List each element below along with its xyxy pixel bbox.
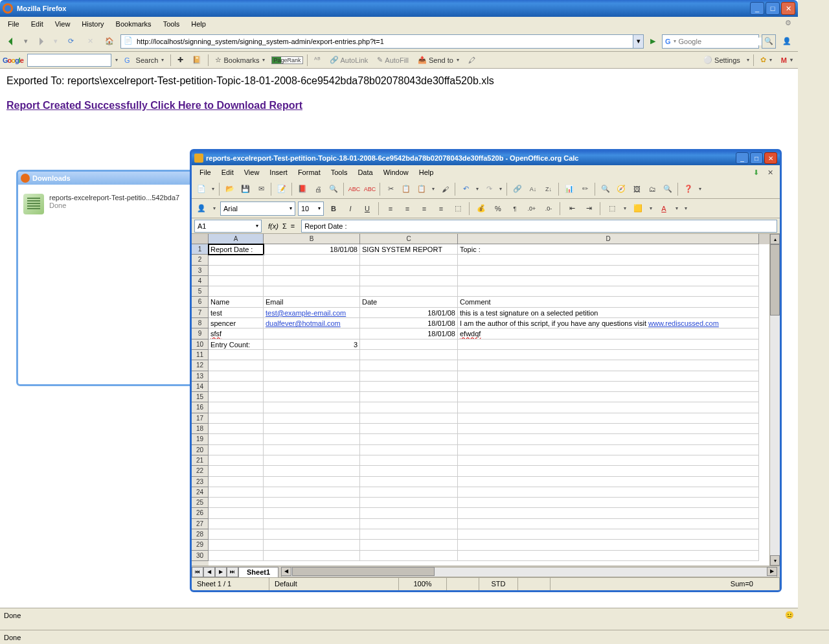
percent-icon[interactable]: %: [491, 201, 505, 216]
google-search-dropdown[interactable]: ▾: [115, 57, 118, 63]
cell[interactable]: [458, 339, 759, 350]
cell[interactable]: [458, 498, 759, 508]
row-header[interactable]: 16: [192, 402, 209, 413]
cell[interactable]: [264, 455, 360, 466]
cell[interactable]: [209, 519, 264, 529]
cell[interactable]: efwdqf: [458, 328, 759, 339]
cell[interactable]: 18/01/08: [360, 318, 458, 328]
url-input[interactable]: [137, 36, 633, 47]
menu-edit[interactable]: Edit: [26, 19, 49, 29]
cell[interactable]: [264, 266, 360, 276]
row-header[interactable]: 12: [192, 360, 209, 371]
menu-bookmarks[interactable]: Bookmarks: [111, 19, 157, 29]
cell[interactable]: [360, 529, 458, 540]
print-icon[interactable]: 🖨: [311, 182, 325, 196]
customize-icon[interactable]: ⚙: [785, 19, 795, 29]
select-all-corner[interactable]: [192, 234, 209, 244]
cell[interactable]: Email: [264, 297, 360, 307]
cell[interactable]: [264, 392, 360, 402]
currency-icon[interactable]: 💰: [474, 201, 488, 216]
cell[interactable]: [458, 466, 759, 476]
cell[interactable]: [264, 487, 360, 498]
spellcheck-icon[interactable]: ᴬᴮ: [312, 56, 323, 64]
cell[interactable]: [264, 350, 360, 360]
cell[interactable]: [360, 382, 458, 392]
menu-view[interactable]: View: [50, 19, 76, 29]
font-size-selector[interactable]: 10▾: [298, 201, 324, 216]
cell[interactable]: [458, 487, 759, 498]
cell[interactable]: [209, 551, 264, 561]
calc-update-icon[interactable]: ⬇: [749, 165, 763, 179]
row-header[interactable]: 29: [192, 540, 209, 550]
cell[interactable]: [458, 413, 759, 424]
cell[interactable]: [209, 529, 264, 540]
sheet-tab-1[interactable]: Sheet1: [238, 567, 278, 577]
status-zoom[interactable]: 100%: [399, 578, 447, 590]
cell[interactable]: [458, 540, 759, 550]
tab-next-button[interactable]: ▶: [215, 567, 227, 577]
cut-icon[interactable]: ✂: [383, 182, 398, 196]
sendto-button[interactable]: 📤 Send to: [415, 56, 462, 64]
cell[interactable]: [209, 392, 264, 402]
cell[interactable]: [209, 487, 264, 498]
row-header[interactable]: 19: [192, 434, 209, 444]
calc-menu-file[interactable]: File: [194, 167, 216, 178]
url-dropdown[interactable]: ▾: [633, 35, 643, 48]
cell[interactable]: [360, 519, 458, 529]
cell[interactable]: sfsf: [209, 328, 264, 339]
scroll-thumb[interactable]: [770, 244, 780, 316]
cell[interactable]: [264, 371, 360, 382]
align-center-icon[interactable]: ≡: [400, 201, 414, 216]
cell[interactable]: [209, 413, 264, 424]
cell[interactable]: [360, 434, 458, 444]
horizontal-scrollbar[interactable]: ◀ ▶: [281, 567, 777, 577]
cell[interactable]: 18/01/08: [264, 244, 360, 255]
cell[interactable]: [360, 402, 458, 413]
cell[interactable]: [209, 276, 264, 286]
cell[interactable]: [360, 255, 458, 265]
datasources-icon[interactable]: 🗂: [645, 182, 659, 196]
cell[interactable]: [458, 382, 759, 392]
cell[interactable]: [458, 276, 759, 286]
calc-menu-insert[interactable]: Insert: [264, 167, 293, 178]
cell[interactable]: [360, 392, 458, 402]
cell[interactable]: [264, 424, 360, 434]
paste-dropdown[interactable]: ▾: [430, 186, 437, 192]
email-icon[interactable]: ✉: [254, 182, 268, 196]
cell[interactable]: [360, 477, 458, 487]
download-report-link[interactable]: Report Created Successfully Click Here t…: [6, 100, 302, 111]
standard-format-icon[interactable]: ¶: [508, 201, 522, 216]
row-header[interactable]: 25: [192, 498, 209, 508]
column-header[interactable]: C: [360, 234, 458, 244]
cell[interactable]: [209, 498, 264, 508]
sort-asc-icon[interactable]: A↓: [526, 182, 540, 196]
cell[interactable]: [264, 540, 360, 550]
menu-tools[interactable]: Tools: [158, 19, 185, 29]
row-header[interactable]: 9: [192, 328, 209, 339]
row-header[interactable]: 21: [192, 455, 209, 466]
zoom-icon[interactable]: 🔍: [661, 182, 675, 196]
google-search-input[interactable]: [27, 54, 111, 67]
increase-indent-icon[interactable]: ⇥: [582, 201, 596, 216]
cell[interactable]: [264, 519, 360, 529]
cell[interactable]: [264, 286, 360, 297]
align-left-icon[interactable]: ≡: [383, 201, 398, 216]
maximize-button[interactable]: □: [766, 2, 780, 15]
row-header[interactable]: 24: [192, 487, 209, 498]
cell[interactable]: [360, 466, 458, 476]
cell[interactable]: [209, 477, 264, 487]
reload-button[interactable]: ⟳: [62, 33, 79, 50]
undo-dropdown[interactable]: ▾: [474, 186, 481, 192]
tab-first-button[interactable]: ⏮: [192, 567, 203, 577]
cell[interactable]: [209, 266, 264, 276]
cell-area[interactable]: Report Date :18/01/08SIGN SYSTEM REPORTT…: [209, 244, 769, 566]
cell[interactable]: [458, 455, 759, 466]
cell[interactable]: spencer: [209, 318, 264, 328]
home-button[interactable]: 🏠: [101, 33, 118, 50]
cell[interactable]: [264, 466, 360, 476]
cell[interactable]: [458, 508, 759, 518]
redo-icon[interactable]: ↷: [482, 182, 496, 196]
cell[interactable]: dualfever@hotmail.com: [264, 318, 360, 328]
cell[interactable]: [360, 508, 458, 518]
open-icon[interactable]: 📂: [223, 182, 237, 196]
